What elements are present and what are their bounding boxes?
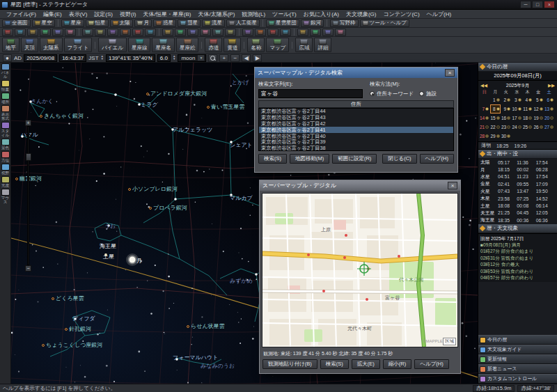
- target-combo[interactable]: moon ▼: [178, 54, 206, 62]
- zenith-view-button[interactable]: 天頂: [21, 38, 38, 52]
- equatorial-grid-button[interactable]: 赤道: [205, 38, 222, 52]
- menu-item-8[interactable]: ツール(T): [269, 10, 300, 18]
- zoom-out-icon[interactable]: −: [25, 265, 31, 272]
- step-back-button[interactable]: ◀: [242, 54, 251, 62]
- satellite-button[interactable]: 人工衛星: [226, 19, 260, 27]
- direction-sidebar-item[interactable]: 方位: [0, 152, 11, 162]
- menu-item-6[interactable]: 天体/太陽系(P): [194, 10, 238, 18]
- date-field[interactable]: 2025/09/08: [24, 54, 57, 62]
- calendar-day-cell[interactable]: 26: [533, 123, 544, 132]
- set-range-button[interactable]: 範囲に設定(R): [332, 154, 377, 164]
- telescope-button[interactable]: [212, 29, 223, 36]
- save-button[interactable]: [15, 29, 26, 36]
- calendar-day-cell[interactable]: 24: [512, 123, 523, 132]
- location-readout[interactable]: 139°41'E 35°40'N: [106, 54, 155, 62]
- calendar-day-cell[interactable]: 18: [522, 113, 533, 123]
- calendar-day-cell[interactable]: 2: [501, 95, 512, 104]
- detail-button[interactable]: 詳細: [314, 38, 331, 52]
- custom-control-accordion-item[interactable]: カスタムコントロール: [478, 374, 557, 384]
- calendar-day-cell[interactable]: 28: [479, 132, 490, 141]
- magnitude-sidebar-item[interactable]: 光度: [0, 177, 11, 187]
- next-month-button[interactable]: ▶▶: [548, 83, 555, 88]
- menu-item-2[interactable]: 表示(V): [65, 10, 91, 18]
- star-button[interactable]: 恒星: [86, 19, 109, 27]
- calendar-day-cell[interactable]: 14: [479, 113, 490, 123]
- calendar-day-cell[interactable]: 25: [522, 123, 533, 132]
- maximize-button[interactable]: □: [532, 1, 543, 8]
- ecliptic-button[interactable]: 黄道: [223, 38, 241, 52]
- galaxy-button[interactable]: 銀河: [301, 19, 324, 27]
- menu-item-12[interactable]: ヘルプ(H): [423, 10, 455, 18]
- calendar-accordion-item[interactable]: 今日の暦: [478, 335, 557, 345]
- flight-button[interactable]: フライト: [64, 38, 93, 52]
- minimize-button[interactable]: ─: [520, 1, 531, 8]
- date-time-button[interactable]: [82, 29, 93, 36]
- zoom-in-button[interactable]: 拡大(E): [352, 359, 380, 369]
- titlebar[interactable]: 星図 [標準] - ステラナビゲータ ─ □ ×: [0, 0, 557, 10]
- compass-button[interactable]: [267, 29, 278, 36]
- fov-frame-button[interactable]: 写野枠: [330, 19, 359, 27]
- guide-accordion-item[interactable]: 天文現象ガイド: [478, 345, 557, 354]
- night-sky-button[interactable]: 星空: [32, 19, 55, 27]
- calendar-day-cell[interactable]: 17: [512, 113, 523, 123]
- calendar-day-cell[interactable]: 23: [501, 123, 512, 132]
- calendar-day-cell[interactable]: 21: [479, 123, 490, 132]
- location-sidebar-item[interactable]: 場所: [0, 93, 11, 104]
- stars-sidebar-item[interactable]: 恒星: [0, 81, 11, 91]
- zoom-out-button[interactable]: 縮小(R): [383, 359, 411, 369]
- today-panel-header[interactable]: 今日の暦: [478, 63, 557, 72]
- calendar-day-cell[interactable]: 30: [501, 132, 512, 141]
- magnitude-field[interactable]: 6.0: [157, 54, 171, 62]
- calendar-day-cell[interactable]: 22: [490, 123, 501, 132]
- constellation-button[interactable]: 星座: [61, 19, 84, 27]
- clock-button[interactable]: [280, 29, 291, 36]
- location-button[interactable]: [95, 29, 106, 36]
- calendar-day-cell[interactable]: 11: [522, 104, 533, 113]
- menu-item-5[interactable]: 天体/恒星・星座(B): [140, 10, 195, 18]
- bayer-button[interactable]: バイエル: [98, 38, 127, 52]
- magnitude-stepper[interactable]: ▲▼: [173, 55, 175, 61]
- camera-button[interactable]: [225, 29, 236, 36]
- photo-button[interactable]: [187, 29, 198, 36]
- search-icon[interactable]: [208, 54, 217, 62]
- movie-button[interactable]: [200, 29, 211, 36]
- constellation-art-button[interactable]: 星座絵: [176, 38, 199, 52]
- find-button[interactable]: [145, 29, 156, 36]
- label-button[interactable]: [175, 29, 186, 36]
- calendar-day-cell[interactable]: 15: [490, 113, 501, 123]
- calendar-day-cell[interactable]: 4: [522, 95, 533, 104]
- menu-item-4[interactable]: 視野(I): [116, 10, 140, 18]
- address-result-list[interactable]: 東京都渋谷区富ヶ谷2丁目44東京都渋谷区富ヶ谷2丁目43東京都渋谷区富ヶ谷2丁目…: [258, 108, 454, 151]
- moon-button[interactable]: 月: [134, 19, 152, 27]
- planet-button[interactable]: 惑星: [153, 19, 176, 27]
- search-input[interactable]: [258, 89, 363, 98]
- calendar-day-cell[interactable]: 1: [490, 95, 501, 104]
- fov-sidebar-item[interactable]: 視野: [0, 164, 11, 175]
- calendar-day-cell[interactable]: 19: [533, 113, 544, 123]
- calendar-day-cell[interactable]: 29: [490, 132, 501, 141]
- zoom-slider-track[interactable]: [27, 126, 29, 265]
- calendar-day-cell[interactable]: 20: [544, 113, 555, 123]
- prev-month-button[interactable]: ◀◀: [480, 83, 487, 88]
- undo-button[interactable]: [52, 29, 63, 36]
- search-button[interactable]: 検索(S): [258, 154, 287, 164]
- calendar-day-cell[interactable]: 16: [501, 113, 512, 123]
- search-method-radio-1[interactable]: 施設: [419, 91, 437, 97]
- tools-help-button[interactable]: ツール・ヘルプ: [360, 19, 409, 27]
- help-button[interactable]: ヘルプ(H): [414, 359, 448, 369]
- map-view[interactable]: 上原代々木公園富ヶ谷元代々木町©MAPPLE 区域: [262, 193, 458, 347]
- help-button[interactable]: ヘルプ(H): [420, 154, 454, 164]
- mouse-sidebar-item[interactable]: マウス: [0, 189, 11, 204]
- names-button[interactable]: 名称: [247, 38, 265, 52]
- menu-item-7[interactable]: 観測地(L): [238, 10, 269, 18]
- close-icon[interactable]: ×: [448, 182, 457, 189]
- display-format-sidebar-item[interactable]: 表示形式: [0, 106, 11, 120]
- calendar-day-cell[interactable]: 7: [479, 104, 490, 113]
- open-button[interactable]: [2, 29, 13, 36]
- solar-system-button[interactable]: 太陽系: [40, 38, 63, 52]
- constellation-name-button[interactable]: 星座名: [152, 38, 175, 52]
- close-icon[interactable]: ×: [445, 69, 455, 77]
- menu-item-10[interactable]: 天文現象(G): [343, 10, 380, 18]
- calendar-day-cell[interactable]: 6: [544, 95, 555, 104]
- horizon-view-button[interactable]: 地平: [2, 38, 19, 52]
